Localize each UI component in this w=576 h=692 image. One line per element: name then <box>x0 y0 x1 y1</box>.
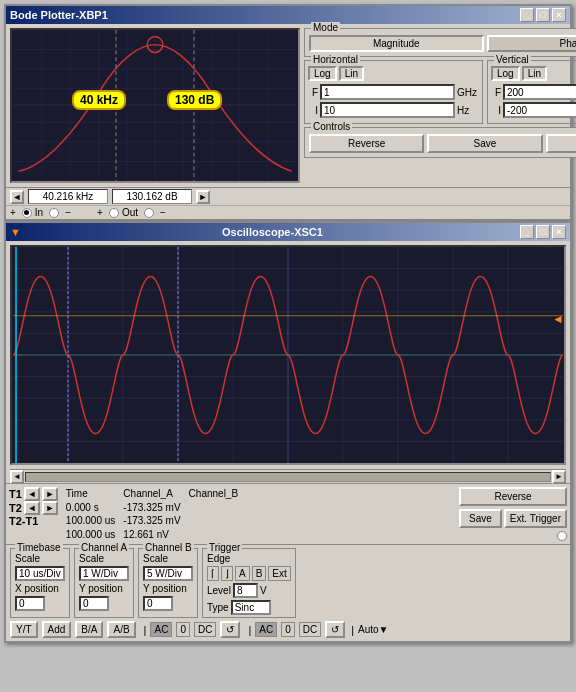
trigger-type-input[interactable] <box>231 600 271 615</box>
cha-scale-input[interactable] <box>79 566 129 581</box>
bode-maximize-btn[interactable]: □ <box>536 8 550 22</box>
t1-label: T1 <box>9 488 22 500</box>
chb-refresh-btn[interactable]: ↺ <box>325 621 345 638</box>
scroll-right-btn[interactable]: ► <box>552 470 566 484</box>
t2-next-btn[interactable]: ► <box>42 501 58 515</box>
reverse-btn[interactable]: Reverse <box>309 134 424 153</box>
osc-trigger-marker: ◄ <box>552 312 564 326</box>
trigger-label: Trigger <box>207 542 242 553</box>
trigger-a-btn[interactable]: A <box>235 566 250 581</box>
t2-label: T2 <box>9 502 22 514</box>
vert-log-btn[interactable]: Log <box>491 66 520 81</box>
trigger-b-btn[interactable]: B <box>252 566 267 581</box>
t1-next-btn[interactable]: ► <box>42 487 58 501</box>
vert-i-input[interactable] <box>503 102 576 118</box>
vert-f-label: F <box>491 87 501 98</box>
timebase-scale-input[interactable] <box>15 566 65 581</box>
t1-time: 0.000 s <box>62 501 120 515</box>
cha-zero-btn[interactable]: 0 <box>176 622 190 637</box>
bode-close-btn[interactable]: × <box>552 8 566 22</box>
timebase-xpos-input[interactable] <box>15 596 45 611</box>
ba-btn[interactable]: B/A <box>75 621 103 638</box>
scroll-track[interactable] <box>25 472 551 482</box>
chb-scale-input[interactable] <box>143 566 193 581</box>
cha-ypos-input[interactable] <box>79 596 109 611</box>
osc-plot-area: ◄ <box>10 245 566 465</box>
yt-btn[interactable]: Y/T <box>10 621 38 638</box>
bottom-row1: Timebase Scale X position Channel A S <box>10 548 566 618</box>
cha-coupling-sep: | <box>144 624 147 636</box>
horiz-i-row: I Hz <box>308 102 479 118</box>
horiz-log-lin: Log Lin <box>308 66 479 81</box>
mode-buttons: Magnitude Phase <box>309 35 576 52</box>
chb-ypos-input[interactable] <box>143 596 173 611</box>
timebase-label: Timebase <box>15 542 63 553</box>
radio-in[interactable] <box>22 208 32 218</box>
cha-scale-input-row <box>79 566 129 581</box>
add-btn[interactable]: Add <box>42 621 72 638</box>
trigger-rising-btn[interactable]: ⌈ <box>207 566 219 581</box>
scroll-left-btn[interactable]: ◄ <box>10 470 24 484</box>
horiz-f-row: F GHz <box>308 84 479 100</box>
t1-prev-btn[interactable]: ◄ <box>24 487 40 501</box>
radio-out[interactable] <box>109 208 119 218</box>
phase-btn[interactable]: Phase <box>487 35 577 52</box>
measurements-table: Time Channel_A Channel_B 0.000 s -173.32… <box>62 487 242 541</box>
bode-minimize-btn[interactable]: _ <box>520 8 534 22</box>
trigger-section: Trigger Edge ⌈ ⌋ A B Ext Level V Typ <box>202 548 296 618</box>
bode-controls-panel: Mode Magnitude Phase Horizontal Log Lin … <box>304 28 576 183</box>
ext-radio[interactable] <box>557 531 567 541</box>
osc-save-btn[interactable]: Save <box>459 509 502 528</box>
chb-ac-btn[interactable]: AC <box>255 622 277 637</box>
channel-b-label: Channel B <box>143 542 194 553</box>
bode-plot-canvas: 40 kHz 130 dB <box>10 28 300 183</box>
trigger-ext-btn[interactable]: Ext <box>268 566 290 581</box>
meas-nav-t1: T1 ◄ ► T2 ◄ ► T2-T1 <box>9 487 58 541</box>
cha-dc-btn[interactable]: DC <box>194 622 216 637</box>
cha-ypos-label: Y position <box>79 583 123 594</box>
osc-ext-trigger-btn[interactable]: Ext. Trigger <box>504 509 567 528</box>
cha-ac-btn[interactable]: AC <box>150 622 172 637</box>
trigger-level-input[interactable] <box>233 583 258 598</box>
cha-refresh-btn[interactable]: ↺ <box>220 621 240 638</box>
set-btn[interactable]: Set... <box>546 134 576 153</box>
vert-f-input[interactable] <box>503 84 576 100</box>
timebase-scale-row: Scale <box>15 553 65 564</box>
radio-c1[interactable] <box>49 208 59 218</box>
osc-close-btn[interactable]: × <box>552 225 566 239</box>
bode-status-db: 130.162 dB <box>112 189 192 204</box>
osc-right-buttons: Reverse Save Ext. Trigger <box>459 487 567 541</box>
trigger-level-row: Level V <box>207 583 291 598</box>
osc-maximize-btn[interactable]: □ <box>536 225 550 239</box>
radio-group-out: Out <box>109 207 138 218</box>
horiz-f-input[interactable] <box>320 84 455 100</box>
horiz-lin-btn[interactable]: Lin <box>339 66 364 81</box>
magnitude-btn[interactable]: Magnitude <box>309 35 484 52</box>
channel-a-label: Channel A <box>79 542 129 553</box>
chb-zero-btn[interactable]: 0 <box>281 622 295 637</box>
bode-freq-badge: 40 kHz <box>72 90 126 110</box>
horiz-log-btn[interactable]: Log <box>308 66 337 81</box>
bode-prev-btn[interactable]: ◄ <box>10 190 24 204</box>
horiz-i-input[interactable] <box>320 102 455 118</box>
bode-plot-svg <box>12 30 298 181</box>
bode-plus-minus-bar: + In − + Out − <box>6 205 570 219</box>
auto-label: Auto▼ <box>358 624 388 635</box>
t1-chb <box>185 501 242 515</box>
bode-next-btn[interactable]: ► <box>196 190 210 204</box>
ab-btn[interactable]: A/B <box>107 621 135 638</box>
bode-title: Bode Plotter-XBP1 <box>10 9 108 21</box>
save-btn[interactable]: Save <box>427 134 542 153</box>
trigger-falling-btn[interactable]: ⌋ <box>221 566 233 581</box>
timebase-section: Timebase Scale X position <box>10 548 70 618</box>
radio-group-c1 <box>49 208 59 218</box>
bode-content: 40 kHz 130 dB Mode Magnitude Phase Horiz… <box>6 24 570 187</box>
t2-prev-btn[interactable]: ◄ <box>24 501 40 515</box>
radio-group-in: In <box>22 207 43 218</box>
osc-reverse-btn[interactable]: Reverse <box>459 487 567 506</box>
osc-minimize-btn[interactable]: _ <box>520 225 534 239</box>
save-ext-row: Save Ext. Trigger <box>459 509 567 528</box>
vert-lin-btn[interactable]: Lin <box>522 66 547 81</box>
radio-c2[interactable] <box>144 208 154 218</box>
chb-dc-btn[interactable]: DC <box>299 622 321 637</box>
